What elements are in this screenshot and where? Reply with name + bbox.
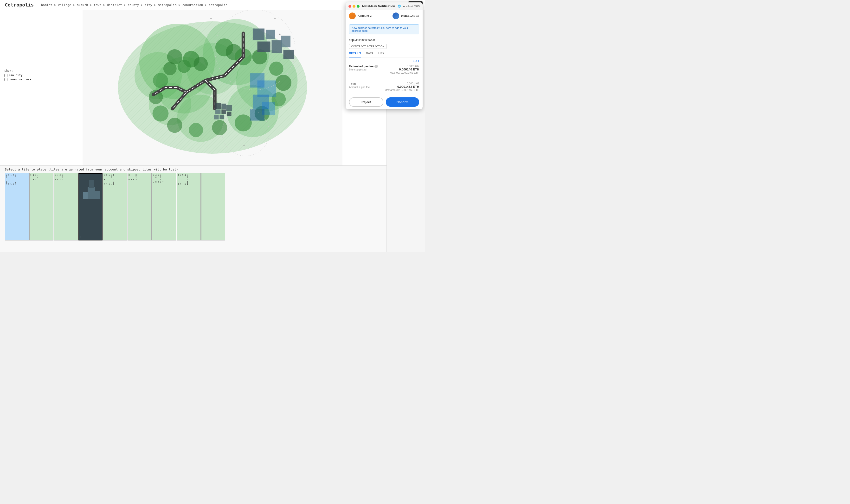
app: Cotropolis hamlet > village > suburb > t…: [0, 0, 425, 252]
mm-account-left: Account 2: [349, 13, 385, 19]
mm-tabs: DETAILS DATA HEX: [346, 52, 422, 57]
svg-rect-45: [221, 104, 226, 109]
owner-sectors-checkbox-label[interactable]: owner sectors: [4, 78, 31, 81]
svg-point-21: [269, 61, 283, 76]
svg-rect-38: [283, 50, 294, 59]
tile-content: 3 1 3 0 4 f b 4 b: [55, 174, 77, 181]
show-panel: show: raw city owner sectors: [2, 67, 33, 84]
mm-gas-fee-row: Estimated gas fee i Site suggested 0.000…: [349, 65, 419, 74]
list-item[interactable]: d 6 5 8 8 8 8 5 2 0 7 6 a b: [103, 173, 127, 240]
select-message: Select a tile to place (tiles are genrat…: [0, 166, 425, 173]
minimize-icon[interactable]: [352, 5, 355, 8]
mm-gas-fee-main: 0.000146 ETH: [390, 68, 419, 71]
svg-rect-61: [88, 187, 95, 199]
mm-buttons: Reject Confirm: [346, 95, 422, 109]
svg-rect-50: [214, 115, 219, 120]
tile-number: 5: [80, 236, 81, 239]
svg-rect-37: [281, 36, 291, 47]
mm-account-from-avatar: [349, 13, 356, 19]
mm-total-label-group: Total Amount + gas fee: [349, 82, 370, 89]
svg-rect-35: [258, 41, 271, 52]
tile-content: 8 8 2 0 7 6 a: [128, 174, 151, 181]
mm-network: 🌐 Localhost 8545: [398, 4, 420, 8]
mm-new-address-banner[interactable]: New address detected! Click here to add …: [349, 24, 419, 34]
tile-strip[interactable]: a 5 1 2 c f 5 d 2 2 6 5 5 9 5 4 5 7 4 2 …: [0, 173, 425, 240]
mm-edit-row: EDIT: [346, 57, 422, 63]
mm-total-label: Total: [349, 82, 370, 86]
reject-button[interactable]: Reject: [349, 97, 383, 107]
metamask-panel: MetaMask Notification 🌐 Localhost 8545 A…: [346, 2, 422, 109]
globe-icon: 🌐: [398, 4, 401, 8]
mm-gas-fee-label: Estimated gas fee i: [349, 65, 378, 68]
svg-text:+: +: [243, 144, 245, 147]
svg-rect-47: [221, 109, 226, 114]
tile-building: [81, 175, 102, 204]
svg-rect-43: [250, 109, 264, 121]
svg-rect-48: [226, 105, 232, 111]
maximize-icon[interactable]: [357, 5, 360, 8]
list-item[interactable]: 3 1 3 0 4 f b 4 b: [54, 173, 78, 240]
tile-content: 5 4 5 7 4 2 0 4 7: [30, 174, 52, 181]
mm-url: http://localhost:9009: [346, 37, 422, 43]
mm-total-sublabel: Amount + gas fee: [349, 86, 370, 89]
svg-text:+: +: [229, 20, 231, 24]
tab-hex[interactable]: HEX: [378, 52, 384, 57]
mm-gas-fee-small: 0.0001462: [390, 65, 419, 68]
mm-network-name: Localhost 8545: [402, 5, 420, 8]
raw-city-checkbox-label[interactable]: raw city: [4, 74, 31, 77]
mm-gas-fee-max: Max fee: 0.0001462 ETH: [390, 71, 419, 74]
mm-titlebar: MetaMask Notification 🌐 Localhost 8545: [346, 2, 422, 10]
svg-text:+: +: [260, 20, 262, 24]
svg-rect-64: [95, 191, 100, 199]
tab-details[interactable]: DETAILS: [349, 52, 361, 57]
raw-city-label: raw city: [8, 74, 23, 77]
svg-point-29: [153, 106, 169, 122]
list-item[interactable]: 3 c 9 4 8 7 6 4 8 6 f 6 4: [177, 173, 201, 240]
svg-point-22: [275, 75, 292, 91]
mm-total-row: Total Amount + gas fee 0.0001462 0.00014…: [349, 82, 419, 91]
mm-account-to-avatar: [393, 13, 399, 19]
mm-gas-fee-values: 0.0001462 0.000146 ETH Max fee: 0.000146…: [390, 65, 419, 74]
mm-total-small: 0.0001462: [385, 82, 419, 85]
mm-gas-fee-label-group: Estimated gas fee i Site suggested: [349, 65, 378, 71]
svg-rect-46: [215, 109, 221, 114]
mm-gas-section: Estimated gas fee i Site suggested 0.000…: [346, 63, 422, 77]
svg-rect-51: [220, 115, 224, 119]
svg-text:+: +: [295, 75, 297, 79]
tile-content: a 5 1 2 c f 5 d 2 2 6 5 5 9: [6, 174, 28, 186]
owner-sectors-label: owner sectors: [8, 78, 31, 81]
breadcrumb: hamlet > village > suburb > town > distr…: [41, 3, 227, 7]
mm-contract-badge: CONTRACT INTERACTION: [349, 44, 387, 49]
logo: Cotropolis: [5, 2, 34, 8]
tile-content: d 6 5 8 8 8 8 5 2 0 7 6 a b: [104, 174, 126, 186]
list-item[interactable]: 5 4 5 7 4 2 0 4 7: [29, 173, 53, 240]
mm-total-section: Total Amount + gas fee 0.0001462 0.00014…: [346, 81, 422, 95]
svg-rect-44: [215, 103, 221, 109]
mm-account-from-name: Account 2: [358, 14, 371, 18]
mm-total-max: Max amount: 0.0001462 ETH: [385, 89, 419, 91]
raw-city-checkbox[interactable]: [4, 74, 7, 77]
svg-text:+: +: [210, 17, 212, 20]
mm-divider: [349, 79, 419, 79]
list-item[interactable]: [201, 173, 225, 240]
svg-rect-36: [272, 40, 282, 53]
tile-content: d 4 b d 8 6 a b 3 0 2 a f: [153, 174, 175, 183]
mm-account-row: Account 2 → 0xaE1...4BB8: [346, 10, 422, 22]
confirm-button[interactable]: Confirm: [386, 97, 419, 107]
mm-site-suggested: Site suggested: [349, 68, 378, 71]
list-item[interactable]: 5: [79, 173, 103, 240]
mm-total-values: 0.0001462 0.0001462 ETH Max amount: 0.00…: [385, 82, 419, 91]
svg-text:+: +: [274, 17, 276, 20]
owner-sectors-checkbox[interactable]: [4, 78, 7, 81]
mm-edit-button[interactable]: EDIT: [413, 59, 419, 63]
tab-data[interactable]: DATA: [366, 52, 374, 57]
list-item[interactable]: 8 8 2 0 7 6 a: [127, 173, 152, 240]
svg-rect-34: [266, 30, 275, 39]
list-item[interactable]: a 5 1 2 c f 5 d 2 2 6 5 5 9: [5, 173, 29, 240]
svg-rect-63: [83, 192, 88, 199]
close-icon[interactable]: [348, 5, 351, 8]
svg-point-27: [189, 123, 203, 137]
mm-info-icon[interactable]: i: [375, 65, 378, 68]
list-item[interactable]: d 4 b d 8 6 a b 3 0 2 a f: [152, 173, 176, 240]
mm-total-main: 0.0001462 ETH: [385, 85, 419, 89]
